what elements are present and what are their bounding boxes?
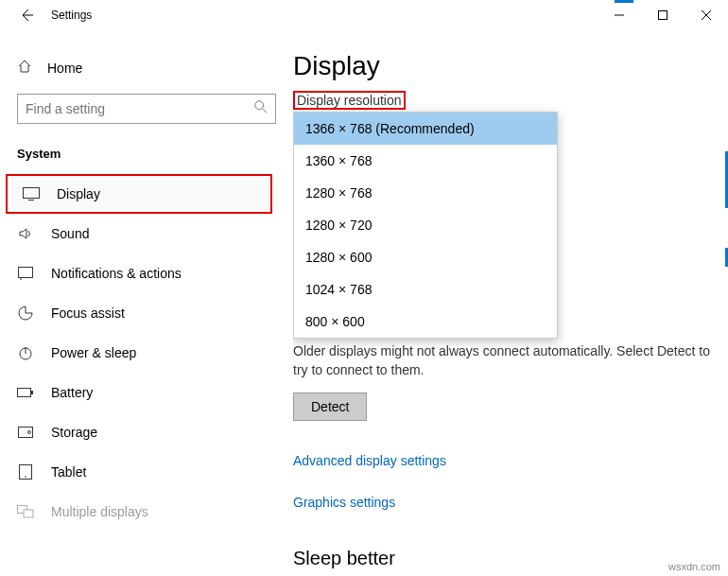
home-nav[interactable]: Home — [0, 51, 293, 84]
svg-rect-2 — [24, 188, 40, 199]
search-input[interactable] — [26, 101, 254, 116]
battery-icon — [17, 384, 34, 401]
nav-tablet[interactable]: Tablet — [0, 452, 293, 492]
focus-assist-icon — [17, 305, 34, 322]
sound-icon — [17, 225, 34, 242]
multiple-displays-icon — [17, 503, 34, 520]
nav-power-sleep[interactable]: Power & sleep — [0, 333, 293, 373]
svg-rect-5 — [18, 389, 31, 397]
display-icon — [23, 185, 40, 202]
group-label: System — [0, 141, 293, 174]
advanced-display-link[interactable]: Advanced display settings — [293, 453, 711, 468]
sidebar: Home System Display Sound — [0, 30, 293, 576]
dropdown-option[interactable]: 1024 × 768 — [294, 273, 557, 305]
close-button[interactable] — [685, 0, 728, 30]
dropdown-option[interactable]: 1366 × 768 (Recommended) — [294, 113, 557, 145]
tablet-icon — [17, 463, 34, 480]
nav-focus-assist[interactable]: Focus assist — [0, 293, 293, 333]
nav-sound[interactable]: Sound — [0, 214, 293, 253]
svg-rect-0 — [659, 11, 667, 20]
nav-battery[interactable]: Battery — [0, 373, 293, 412]
home-label: Home — [47, 61, 82, 76]
watermark: wsxdn.com — [668, 561, 720, 572]
page-title: Display — [293, 51, 711, 81]
detect-description: Older displays might not always connect … — [293, 342, 711, 379]
home-icon — [17, 59, 32, 77]
search-box[interactable] — [17, 94, 276, 124]
content-area: Display Display resolution 1366 × 768 (R… — [293, 30, 728, 576]
nav-display[interactable]: Display — [6, 174, 272, 214]
power-icon — [17, 344, 34, 361]
dropdown-option[interactable]: 1280 × 768 — [294, 177, 557, 209]
nav-label: Multiple displays — [51, 504, 148, 519]
nav-label: Focus assist — [51, 305, 125, 321]
svg-point-10 — [25, 476, 26, 478]
resolution-dropdown[interactable]: 1366 × 768 (Recommended) 1360 × 768 1280… — [293, 112, 558, 339]
minimize-button[interactable] — [598, 0, 641, 30]
search-icon — [254, 100, 268, 117]
nav-label: Display — [57, 186, 100, 201]
nav-storage[interactable]: Storage — [0, 412, 293, 452]
nav-multiple-displays[interactable]: Multiple displays — [0, 492, 293, 532]
dropdown-option[interactable]: 1360 × 768 — [294, 145, 557, 177]
maximize-button[interactable] — [641, 0, 685, 30]
sleep-better-heading: Sleep better — [293, 548, 711, 569]
nav-label: Notifications & actions — [51, 266, 182, 281]
nav-label: Battery — [51, 385, 93, 400]
window-title: Settings — [51, 9, 92, 22]
nav-label: Sound — [51, 226, 89, 241]
nav-label: Tablet — [51, 464, 86, 480]
nav-label: Power & sleep — [51, 345, 136, 360]
back-button[interactable] — [17, 6, 36, 25]
svg-rect-12 — [24, 510, 33, 517]
notifications-icon — [17, 265, 34, 282]
dropdown-option[interactable]: 1280 × 600 — [294, 241, 557, 273]
svg-rect-6 — [31, 391, 33, 394]
graphics-settings-link[interactable]: Graphics settings — [293, 495, 711, 510]
dropdown-option[interactable]: 1280 × 720 — [294, 209, 557, 241]
nav-label: Storage — [51, 425, 97, 440]
dropdown-option[interactable]: 800 × 600 — [294, 305, 557, 338]
titlebar: Settings — [0, 0, 728, 30]
nav-notifications[interactable]: Notifications & actions — [0, 253, 293, 293]
svg-rect-3 — [19, 268, 33, 278]
section-label-resolution: Display resolution — [293, 91, 406, 110]
svg-point-1 — [255, 101, 264, 110]
detect-button[interactable]: Detect — [293, 393, 367, 421]
svg-point-8 — [28, 431, 31, 434]
storage-icon — [17, 424, 34, 441]
